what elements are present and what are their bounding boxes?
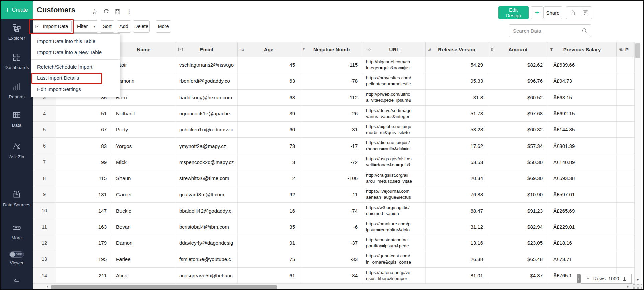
cell-neg[interactable]: -11 xyxy=(300,186,363,202)
table-row[interactable]: 2eamonnrbenfordi@godaddy.co63-78https://… xyxy=(33,73,634,89)
cell-age[interactable]: 16 xyxy=(238,203,300,219)
cell-p[interactable] xyxy=(617,186,634,202)
cell-email[interactable]: mspencock2q@mapy.cz xyxy=(175,154,238,170)
cell-url[interactable]: https://biglobe.ne.jp/qumorbi=mi&quis=si… xyxy=(363,122,426,137)
cell-release[interactable]: 54.29 xyxy=(426,57,488,73)
cell-amount[interactable]: $50.30 xyxy=(488,154,548,170)
sidebar-item-dashboards[interactable]: Dashboards xyxy=(1,53,33,70)
vertical-scroll-thumb[interactable] xyxy=(635,43,640,58)
export-button[interactable] xyxy=(566,7,579,19)
table-row[interactable]: 13195Farleefsmieton5e@youtube.c75-33http… xyxy=(33,251,634,268)
cell-age[interactable]: 73 xyxy=(238,138,300,154)
menu-item-refetch-schedule-import[interactable]: Refetch/Schedule Import xyxy=(31,61,120,72)
cell-amount[interactable]: $4.37 xyxy=(488,268,548,283)
edit-design-button[interactable]: Edit Design xyxy=(498,6,529,19)
cell-n[interactable]: 6 xyxy=(33,138,56,154)
cell-id[interactable]: 147 xyxy=(56,203,112,219)
cell-prev[interactable]: Â£801.39 xyxy=(548,138,617,154)
sidebar-item-ask-zia[interactable]: Ask Zia xyxy=(1,142,33,159)
cell-name[interactable]: Bevan xyxy=(112,219,175,235)
cell-url[interactable]: https://usgs.gov/nisl.asvelit=donec&eu=q… xyxy=(363,154,426,170)
cell-release[interactable]: 17.62 xyxy=(426,138,488,154)
cell-id[interactable]: 51 xyxy=(56,106,112,121)
table-row[interactable]: 683Yorgosymynott2a@mapy.cz73-17https://d… xyxy=(33,138,634,154)
cell-url[interactable]: https://omniture.com/pipsum=curabitur&do… xyxy=(363,219,426,235)
cell-neg[interactable]: -74 xyxy=(300,203,363,219)
cell-neg[interactable]: -115 xyxy=(300,57,363,73)
cell-p[interactable] xyxy=(617,57,634,73)
cell-prev[interactable]: Â£597.01 xyxy=(548,186,617,202)
search-input[interactable] xyxy=(513,28,582,34)
cell-email[interactable]: bbaldelli42@godaddy.c xyxy=(175,203,238,219)
cell-url[interactable]: https://bravesites.com/pellentesque=mole… xyxy=(363,73,426,89)
cell-name[interactable]: Garner xyxy=(112,186,175,202)
table-row[interactable]: 14211Alickacosgreave5u@behanc61-84https:… xyxy=(33,268,634,284)
cell-age[interactable]: 61 xyxy=(238,268,300,283)
table-row[interactable]: 8115Shaunstrewhitt36@time.com2-106http:/… xyxy=(33,170,634,186)
cell-p[interactable] xyxy=(617,73,634,89)
cell-release[interactable]: 76.88 xyxy=(426,186,488,202)
sort-button[interactable]: Sort xyxy=(100,20,114,33)
cell-amount[interactable]: $91.23 xyxy=(488,203,548,219)
menu-item-import-data-into-this-table[interactable]: Import Data into this Table xyxy=(31,36,120,47)
scroll-to-bottom-icon[interactable] xyxy=(622,276,627,281)
cell-email[interactable]: ymynott2a@mapy.cz xyxy=(175,138,238,154)
scroll-to-top-icon[interactable] xyxy=(585,276,590,281)
cell-neg[interactable]: -84 xyxy=(300,268,363,283)
horizontal-scrollbar[interactable]: ◂ ▸ xyxy=(33,284,634,290)
cell-amount[interactable]: $65.48 xyxy=(488,251,548,267)
cell-p[interactable] xyxy=(617,154,634,170)
rows-badge-handle[interactable]: ▸ xyxy=(577,274,581,283)
cell-n[interactable]: 9 xyxy=(33,186,56,202)
cell-prev[interactable]: Â£692.15 xyxy=(548,106,617,121)
cell-n[interactable]: 10 xyxy=(33,203,56,219)
column-header-negative-numb[interactable]: #Negative Numb xyxy=(300,42,363,57)
cell-url[interactable]: http://craigslist.org/aliarcu=metus&sed=… xyxy=(363,170,426,186)
refresh-icon[interactable] xyxy=(102,7,110,16)
column-header-amount[interactable]: Amount xyxy=(488,42,548,57)
viewer-toggle[interactable]: OFF xyxy=(9,251,24,258)
cell-release[interactable]: 53.53 xyxy=(426,154,488,170)
cell-name[interactable]: Mick xyxy=(112,154,175,170)
cell-amount[interactable]: $57.34 xyxy=(488,138,548,154)
share-button[interactable]: Share xyxy=(543,6,562,19)
column-header-url[interactable]: URL xyxy=(363,42,426,57)
cell-p[interactable] xyxy=(617,203,634,219)
cell-name[interactable]: Yorgos xyxy=(112,138,175,154)
cell-prev[interactable]: Â£63.15 xyxy=(548,90,617,105)
table-row[interactable]: 567Portypchicken1u@redcross.c60-31https:… xyxy=(33,122,634,138)
cell-id[interactable]: 67 xyxy=(56,122,112,137)
cell-name[interactable]: ictoir xyxy=(112,57,175,73)
cell-age[interactable]: 63 xyxy=(238,90,300,105)
table-row[interactable]: 799Mickmspencock2q@mapy.cz3-72https://us… xyxy=(33,154,634,170)
menu-item-last-import-details[interactable]: Last Import Details xyxy=(31,72,120,83)
cell-p[interactable] xyxy=(617,235,634,251)
cell-url[interactable]: https://dion.ne.jp/quis/rhoncus=nulla&du… xyxy=(363,138,426,154)
sidebar-item-more[interactable]: More xyxy=(1,223,33,240)
cell-release[interactable]: 68.47 xyxy=(426,203,488,219)
cell-url[interactable]: http://constantcontact.porttitor=ipsum&p… xyxy=(363,235,426,251)
cell-neg[interactable]: -17 xyxy=(300,138,363,154)
cell-release[interactable]: 51.73 xyxy=(426,106,488,121)
add-new-button[interactable]: + xyxy=(531,6,543,19)
scroll-left-arrow-icon[interactable]: ◂ xyxy=(46,285,48,288)
cell-p[interactable] xyxy=(617,122,634,137)
cell-id[interactable]: 83 xyxy=(56,138,112,154)
cell-id[interactable]: 163 xyxy=(56,219,112,235)
cell-neg[interactable]: -72 xyxy=(300,154,363,170)
cell-age[interactable]: 92 xyxy=(238,186,300,202)
cell-url[interactable]: https://w3.org/sagittis/euismod=sapien xyxy=(363,203,426,219)
table-row[interactable]: 11163Bevanbcristobal4i@ibm.com35-6https:… xyxy=(33,219,634,235)
cell-p[interactable] xyxy=(617,219,634,235)
cell-neg[interactable]: -37 xyxy=(300,235,363,251)
kebab-menu-icon[interactable]: ⋮ xyxy=(125,7,133,16)
cell-n[interactable]: 7 xyxy=(33,154,56,170)
cell-neg[interactable]: -26 xyxy=(300,106,363,121)
import-data-button[interactable]: Import Data xyxy=(31,20,72,33)
cell-url[interactable]: https://quantcast.com/in=ornare&quis=con… xyxy=(363,251,426,267)
cell-age[interactable]: 35 xyxy=(238,219,300,235)
cell-n[interactable]: 12 xyxy=(33,235,56,251)
cell-name[interactable]: Damon xyxy=(112,235,175,251)
cell-p[interactable] xyxy=(617,138,634,154)
cell-url[interactable]: https://de.vu/sed/magnvarius=varius&inte… xyxy=(363,106,426,121)
